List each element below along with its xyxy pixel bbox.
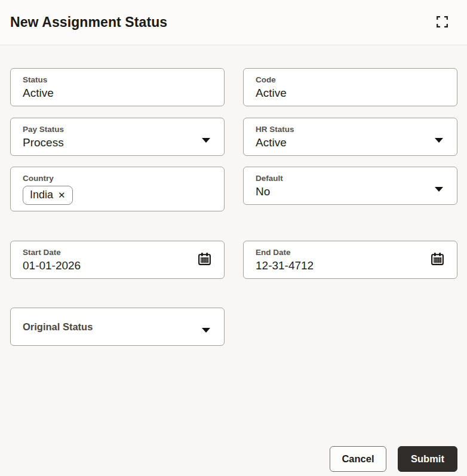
dialog-footer: Cancel Submit xyxy=(330,446,457,472)
chevron-down-icon xyxy=(435,134,443,139)
country-chip-text: India xyxy=(30,189,53,201)
original-status-label: Original Status xyxy=(23,321,196,333)
hr-status-select[interactable]: HR Status Active xyxy=(243,118,457,156)
page-title: New Assignment Status xyxy=(10,14,167,30)
form-row-3: Country India ✕ Default No xyxy=(10,167,457,211)
pay-status-label: Pay Status xyxy=(23,124,196,135)
original-status-select[interactable]: Original Status xyxy=(10,308,225,346)
cancel-button[interactable]: Cancel xyxy=(330,446,386,472)
form-row-2: Pay Status Process HR Status Active xyxy=(10,118,457,156)
form-row-4: Start Date 01-01-2026 xyxy=(10,241,457,279)
default-select[interactable]: Default No xyxy=(243,167,457,205)
status-value: Active xyxy=(23,85,213,100)
expand-button[interactable] xyxy=(434,15,450,30)
calendar-icon[interactable] xyxy=(430,251,445,269)
code-field[interactable]: Code Active xyxy=(243,68,457,106)
end-date-field[interactable]: End Date 12-31-4712 xyxy=(243,241,457,279)
start-date-value: 01-01-2026 xyxy=(23,258,197,273)
country-chip[interactable]: India ✕ xyxy=(23,186,73,205)
form-row-5: Original Status xyxy=(10,308,457,346)
chevron-down-icon xyxy=(435,183,443,188)
country-label: Country xyxy=(23,173,213,184)
start-date-field[interactable]: Start Date 01-01-2026 xyxy=(10,241,225,279)
chevron-down-icon xyxy=(202,324,210,329)
calendar-icon[interactable] xyxy=(197,251,212,269)
submit-button[interactable]: Submit xyxy=(398,446,457,472)
form-row-1: Status Active Code Active xyxy=(10,68,457,106)
remove-chip-icon[interactable]: ✕ xyxy=(58,191,66,199)
expand-icon xyxy=(437,16,448,29)
chevron-down-icon xyxy=(202,134,210,139)
end-date-label: End Date xyxy=(256,247,430,258)
start-date-label: Start Date xyxy=(23,247,197,258)
dialog-header: New Assignment Status xyxy=(0,0,467,45)
hr-status-value: Active xyxy=(256,135,429,150)
status-field[interactable]: Status Active xyxy=(10,68,225,106)
pay-status-value: Process xyxy=(23,135,196,150)
code-value: Active xyxy=(256,85,446,100)
end-date-value: 12-31-4712 xyxy=(256,258,430,273)
status-label: Status xyxy=(23,75,213,85)
pay-status-select[interactable]: Pay Status Process xyxy=(10,118,225,156)
code-label: Code xyxy=(256,75,446,85)
assignment-status-form: Status Active Code Active Pay Status Pro… xyxy=(0,45,467,346)
hr-status-label: HR Status xyxy=(256,124,429,135)
country-field[interactable]: Country India ✕ xyxy=(10,167,225,211)
default-label: Default xyxy=(256,173,429,184)
default-value: No xyxy=(256,184,429,199)
